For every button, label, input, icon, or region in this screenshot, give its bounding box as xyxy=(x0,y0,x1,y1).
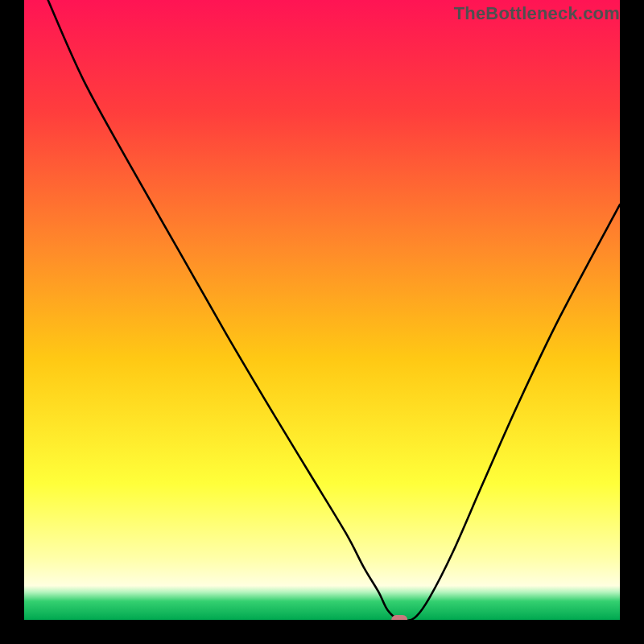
gradient-background xyxy=(24,0,620,620)
bottleneck-chart xyxy=(0,0,644,644)
chart-stage: TheBottleneck.com xyxy=(0,0,644,644)
frame-right xyxy=(620,0,644,644)
watermark-text: TheBottleneck.com xyxy=(454,3,620,24)
frame-left xyxy=(0,0,24,644)
frame-bottom xyxy=(0,620,644,644)
